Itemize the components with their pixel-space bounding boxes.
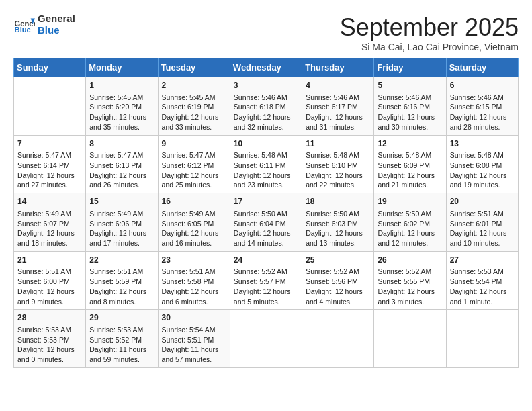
day-info: Sunset: 6:11 PM xyxy=(234,161,298,171)
calendar-cell: 12Sunrise: 5:48 AMSunset: 6:09 PMDayligh… xyxy=(374,135,446,193)
day-info: and 57 minutes. xyxy=(162,355,226,365)
day-info: Sunset: 6:12 PM xyxy=(162,161,226,171)
day-number: 25 xyxy=(306,255,370,266)
day-info: Sunset: 6:07 PM xyxy=(17,219,82,229)
calendar-cell: 6Sunrise: 5:46 AMSunset: 6:15 PMDaylight… xyxy=(446,77,518,136)
day-number: 28 xyxy=(17,312,82,324)
calendar-cell: 2Sunrise: 5:45 AMSunset: 6:19 PMDaylight… xyxy=(158,77,230,136)
day-info: Sunrise: 5:52 AM xyxy=(234,267,298,277)
day-info: and 5 minutes. xyxy=(234,297,298,307)
calendar-cell: 30Sunrise: 5:54 AMSunset: 5:51 PMDayligh… xyxy=(158,310,230,368)
day-info: Sunset: 5:52 PM xyxy=(89,335,154,345)
header-monday: Monday xyxy=(86,58,158,77)
day-info: and 10 minutes. xyxy=(450,238,515,248)
day-info: Sunset: 6:13 PM xyxy=(89,161,154,171)
day-info: Sunrise: 5:53 AM xyxy=(17,325,82,335)
day-number: 21 xyxy=(17,255,82,266)
calendar-cell: 29Sunrise: 5:53 AMSunset: 5:52 PMDayligh… xyxy=(86,310,158,368)
day-info: and 9 minutes. xyxy=(17,297,82,307)
calendar-cell: 9Sunrise: 5:47 AMSunset: 6:12 PMDaylight… xyxy=(158,135,230,193)
calendar-cell: 16Sunrise: 5:49 AMSunset: 6:05 PMDayligh… xyxy=(158,193,230,252)
day-info: Sunset: 6:14 PM xyxy=(17,161,82,171)
day-info: Sunrise: 5:46 AM xyxy=(450,93,515,103)
calendar-cell: 22Sunrise: 5:51 AMSunset: 5:59 PMDayligh… xyxy=(86,251,158,310)
calendar-cell: 28Sunrise: 5:53 AMSunset: 5:53 PMDayligh… xyxy=(14,310,86,368)
calendar-cell: 11Sunrise: 5:48 AMSunset: 6:10 PMDayligh… xyxy=(302,135,374,193)
location-subtitle: Si Ma Cai, Lao Cai Province, Vietnam xyxy=(340,42,519,52)
calendar-cell: 26Sunrise: 5:52 AMSunset: 5:55 PMDayligh… xyxy=(374,251,446,310)
calendar-cell xyxy=(302,310,374,368)
day-info: and 35 minutes. xyxy=(89,122,154,132)
day-info: Sunrise: 5:51 AM xyxy=(450,209,515,219)
day-info: Sunset: 5:59 PM xyxy=(89,277,154,287)
day-info: Sunrise: 5:48 AM xyxy=(234,150,298,161)
day-info: Sunset: 6:10 PM xyxy=(306,161,370,171)
day-info: and 23 minutes. xyxy=(234,180,298,190)
calendar-cell: 15Sunrise: 5:49 AMSunset: 6:06 PMDayligh… xyxy=(86,193,158,252)
day-info: Sunrise: 5:51 AM xyxy=(162,267,226,277)
day-info: Sunrise: 5:48 AM xyxy=(306,150,370,161)
day-info: Sunrise: 5:48 AM xyxy=(378,150,442,161)
calendar-week-5: 28Sunrise: 5:53 AMSunset: 5:53 PMDayligh… xyxy=(14,310,519,368)
day-info: Sunrise: 5:47 AM xyxy=(162,150,226,161)
day-info: Sunrise: 5:52 AM xyxy=(306,267,370,277)
day-info: Daylight: 12 hours xyxy=(89,112,154,122)
day-info: Daylight: 12 hours xyxy=(162,112,226,122)
calendar-cell xyxy=(446,310,518,368)
day-number: 19 xyxy=(378,196,442,208)
day-info: Sunrise: 5:53 AM xyxy=(89,325,154,335)
svg-text:Blue: Blue xyxy=(15,26,31,34)
calendar-cell: 7Sunrise: 5:47 AMSunset: 6:14 PMDaylight… xyxy=(14,135,86,193)
page-header: General Blue General Blue September 2025… xyxy=(13,13,519,52)
day-info: Daylight: 12 hours xyxy=(89,228,154,238)
day-info: and 30 minutes. xyxy=(378,122,442,132)
day-info: Sunrise: 5:49 AM xyxy=(162,209,226,219)
day-number: 1 xyxy=(89,80,154,91)
day-info: Sunset: 6:16 PM xyxy=(378,102,442,112)
calendar-cell: 19Sunrise: 5:50 AMSunset: 6:02 PMDayligh… xyxy=(374,193,446,252)
day-number: 17 xyxy=(234,196,298,208)
header-friday: Friday xyxy=(374,58,446,77)
logo-icon: General Blue xyxy=(13,14,35,36)
day-info: and 6 minutes. xyxy=(162,297,226,307)
calendar-body: 1Sunrise: 5:45 AMSunset: 6:20 PMDaylight… xyxy=(14,77,519,368)
day-number: 6 xyxy=(450,80,515,91)
header-sunday: Sunday xyxy=(14,58,86,77)
calendar-cell: 1Sunrise: 5:45 AMSunset: 6:20 PMDaylight… xyxy=(86,77,158,136)
calendar-cell: 3Sunrise: 5:46 AMSunset: 6:18 PMDaylight… xyxy=(230,77,302,136)
calendar-cell: 27Sunrise: 5:53 AMSunset: 5:54 PMDayligh… xyxy=(446,251,518,310)
day-info: Daylight: 12 hours xyxy=(162,171,226,181)
day-info: Daylight: 11 hours xyxy=(89,345,154,355)
day-info: and 25 minutes. xyxy=(162,180,226,190)
day-info: Sunset: 5:56 PM xyxy=(306,277,370,287)
day-info: Sunrise: 5:50 AM xyxy=(378,209,442,219)
day-info: Sunrise: 5:48 AM xyxy=(450,150,515,161)
logo-line2: Blue xyxy=(38,25,75,36)
day-info: Daylight: 12 hours xyxy=(162,228,226,238)
day-info: Daylight: 12 hours xyxy=(17,345,82,355)
day-number: 23 xyxy=(162,255,226,266)
day-info: Sunset: 6:01 PM xyxy=(450,219,515,229)
calendar-header-row: SundayMondayTuesdayWednesdayThursdayFrid… xyxy=(14,58,519,77)
day-info: and 22 minutes. xyxy=(306,180,370,190)
day-info: and 16 minutes. xyxy=(162,238,226,248)
title-block: September 2025 Si Ma Cai, Lao Cai Provin… xyxy=(340,13,519,52)
day-info: Sunrise: 5:51 AM xyxy=(89,267,154,277)
calendar-week-2: 7Sunrise: 5:47 AMSunset: 6:14 PMDaylight… xyxy=(14,135,519,193)
day-info: Sunrise: 5:50 AM xyxy=(234,209,298,219)
calendar-week-1: 1Sunrise: 5:45 AMSunset: 6:20 PMDaylight… xyxy=(14,77,519,136)
day-info: Sunset: 6:09 PM xyxy=(378,161,442,171)
day-info: Sunrise: 5:47 AM xyxy=(89,150,154,161)
calendar-cell: 18Sunrise: 5:50 AMSunset: 6:03 PMDayligh… xyxy=(302,193,374,252)
day-info: Sunset: 6:00 PM xyxy=(17,277,82,287)
day-info: and 19 minutes. xyxy=(450,180,515,190)
day-info: Daylight: 12 hours xyxy=(450,228,515,238)
day-info: Sunset: 5:53 PM xyxy=(17,335,82,345)
day-number: 11 xyxy=(306,138,370,150)
day-info: and 4 minutes. xyxy=(306,297,370,307)
calendar-cell xyxy=(374,310,446,368)
calendar-cell: 24Sunrise: 5:52 AMSunset: 5:57 PMDayligh… xyxy=(230,251,302,310)
day-number: 4 xyxy=(306,80,370,91)
day-info: Sunset: 6:05 PM xyxy=(162,219,226,229)
calendar-cell xyxy=(14,77,86,136)
